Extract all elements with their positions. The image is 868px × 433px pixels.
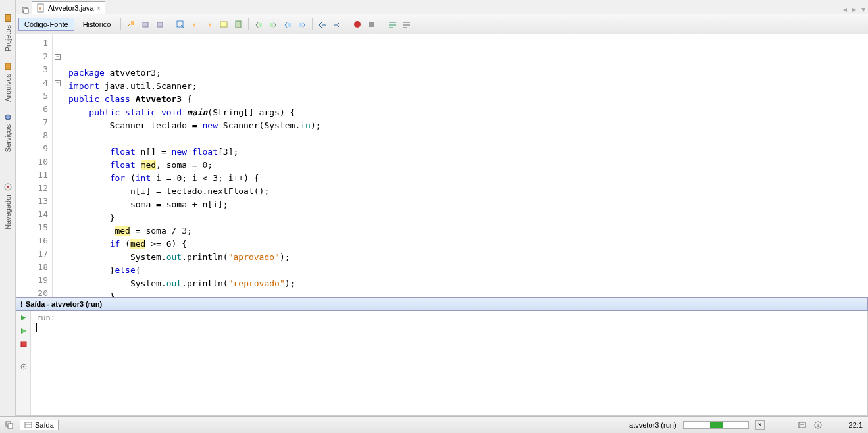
code-line[interactable]: System.out.println("aprovado"); [68,251,863,264]
code-line[interactable]: float n[] = new float[3]; [68,145,863,159]
notifications-icon[interactable] [798,420,807,430]
next-error-icon[interactable] [296,18,308,30]
svg-point-8 [39,7,41,10]
code-editor[interactable]: 1234567891011121314151617181920 −− packa… [16,34,868,297]
code-line[interactable]: for (int i = 0; i < 3; i++) { [68,172,863,185]
fold-toggle-icon[interactable]: − [55,80,61,86]
code-line[interactable]: import java.util.Scanner; [68,80,863,93]
svg-rect-1 [5,63,11,70]
line-number: 7 [16,116,52,129]
svg-rect-14 [220,22,227,27]
progress-cancel-icon[interactable]: × [755,420,765,430]
line-number: 1 [16,37,52,50]
output-toolbar [16,311,31,415]
code-line[interactable] [68,132,863,145]
code-line[interactable]: soma = soma + n[i]; [68,198,863,211]
line-number: 18 [16,261,52,274]
output-panel: run: [16,311,868,416]
code-line[interactable]: float med, soma = 0; [68,159,863,172]
code-line[interactable]: } [68,211,863,224]
tab-list-icon[interactable]: ▾ [859,5,868,14]
output-text[interactable]: run: [31,311,867,415]
line-number: 16 [16,234,52,247]
status-bar: Saída atvvetor3 (run) × 1 22:1 [0,416,868,433]
code-line[interactable]: System.out.println("reprovado"); [68,277,863,290]
code-content[interactable]: package atvvetor3;import java.util.Scann… [63,34,868,297]
line-number: 13 [16,195,52,208]
svg-rect-19 [299,23,302,27]
line-number: 20 [16,287,52,297]
back-icon[interactable] [140,18,151,30]
fold-gutter: −− [53,34,63,297]
code-line[interactable]: med = soma / 3; [68,224,863,238]
toggle-bookmark-icon[interactable] [232,18,244,30]
code-line[interactable]: package atvvetor3; [68,66,863,80]
sidebar-item-arquivos[interactable]: Arquivos [2,57,14,107]
svg-rect-11 [157,22,163,27]
svg-point-2 [5,115,11,120]
stop-icon[interactable] [19,340,28,349]
code-line[interactable]: if (med >= 6) { [68,238,863,251]
cursor-position-label: 22:1 [849,421,863,429]
line-number: 10 [16,155,52,168]
source-button[interactable]: Código-Fonte [18,18,74,31]
svg-rect-0 [5,14,11,21]
tab-scroll-right-icon[interactable]: ▸ [850,5,859,14]
line-number: 4 [16,76,52,89]
forward-icon[interactable] [154,18,166,30]
output-tab-button[interactable]: Saída [20,420,59,430]
line-number: 12 [16,182,52,195]
code-line[interactable]: n[i] = teclado.nextFloat(); [68,185,863,198]
close-tab-icon[interactable]: × [97,4,101,12]
code-line[interactable]: public static void main(String[] args) { [68,106,863,119]
sidebar-item-projetos[interactable]: Projetos [2,8,14,57]
editor-toolbar: Código-Fonte Histórico [16,14,868,34]
comment-icon[interactable] [386,18,398,30]
stop-macro-icon[interactable] [366,18,378,30]
shift-right-icon[interactable] [331,18,343,30]
uncomment-icon[interactable] [401,18,413,30]
start-macro-icon[interactable] [351,18,363,30]
sidebar-servicos-label: Serviços [4,124,12,152]
svg-point-4 [7,186,9,188]
prev-error-icon[interactable] [282,18,294,30]
restore-windows-icon[interactable] [5,421,13,429]
svg-rect-34 [8,424,13,428]
editor-tabs: Atvvetor3.java × ◂ ▸ ▾ [16,0,868,14]
next-bookmark-icon[interactable] [267,18,279,30]
find-prev-icon[interactable] [189,18,201,30]
rerun-different-icon[interactable] [19,326,28,336]
line-number: 11 [16,168,52,182]
svg-rect-17 [270,23,273,27]
code-line[interactable]: }else{ [68,264,863,277]
rerun-icon[interactable] [19,313,28,322]
output-title-bar[interactable]: ⁞ Saída - atvvetor3 (run) [16,297,868,311]
restore-icon[interactable] [21,6,29,14]
code-line[interactable]: } [68,290,863,297]
svg-rect-30 [21,342,26,347]
file-tab-atvvetor3[interactable]: Atvvetor3.java × [32,1,105,14]
prev-bookmark-icon[interactable] [253,18,265,30]
find-next-icon[interactable] [203,18,215,30]
toggle-highlight-icon[interactable] [218,18,230,30]
svg-rect-16 [259,23,262,27]
line-number: 19 [16,274,52,287]
find-selection-icon[interactable] [174,18,186,30]
code-line[interactable]: public class Atvvetor3 { [68,93,863,106]
files-icon [3,62,13,71]
history-button[interactable]: Histórico [77,18,117,31]
svg-rect-23 [369,22,374,27]
line-number: 2 [16,50,52,63]
sidebar-item-servicos[interactable]: Serviços [2,107,14,157]
code-line[interactable]: Scanner teclado = new Scanner(System.in)… [68,119,863,132]
settings-icon[interactable] [19,362,28,371]
sidebar-item-navegador[interactable]: Navegador [2,177,14,235]
projects-icon [3,13,13,22]
svg-rect-37 [799,422,805,428]
tab-scroll-left-icon[interactable]: ◂ [840,5,850,14]
svg-rect-15 [236,21,241,28]
last-edit-icon[interactable] [125,18,137,30]
fold-toggle-icon[interactable]: − [55,54,61,60]
shift-left-icon[interactable] [317,18,328,30]
insert-mode-icon[interactable]: 1 [813,420,823,430]
